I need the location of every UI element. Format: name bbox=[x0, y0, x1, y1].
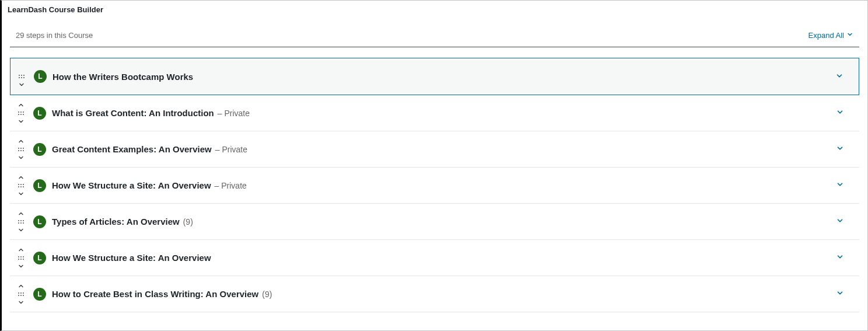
lesson-title-wrap[interactable]: How We Structure a Site: An Overview bbox=[52, 253, 831, 263]
lesson-title: How the Writers Bootcamp Works bbox=[52, 72, 193, 82]
move-down-button[interactable] bbox=[18, 81, 25, 88]
drag-handle-icon[interactable] bbox=[17, 218, 25, 225]
course-builder-panel: LearnDash Course Builder 29 steps in thi… bbox=[0, 0, 868, 331]
svg-point-6 bbox=[18, 112, 19, 113]
panel-title: LearnDash Course Builder bbox=[2, 1, 867, 17]
svg-point-1 bbox=[21, 75, 22, 76]
drag-handle-icon[interactable] bbox=[17, 255, 25, 262]
reorder-controls bbox=[15, 283, 27, 306]
lesson-type-badge: L bbox=[33, 107, 46, 120]
drag-handle-icon[interactable] bbox=[17, 146, 25, 153]
expand-lesson-button[interactable] bbox=[831, 103, 849, 123]
svg-point-27 bbox=[18, 222, 19, 224]
svg-point-9 bbox=[18, 114, 19, 115]
lesson-child-count: (9) bbox=[183, 217, 193, 227]
svg-point-38 bbox=[23, 292, 24, 294]
move-up-button[interactable] bbox=[18, 283, 24, 290]
svg-point-32 bbox=[23, 256, 24, 257]
lesson-visibility-label: – Private bbox=[215, 145, 247, 154]
drag-handle-icon[interactable] bbox=[18, 73, 26, 80]
chevron-down-icon bbox=[836, 109, 844, 118]
svg-point-35 bbox=[23, 259, 24, 260]
svg-point-0 bbox=[19, 75, 20, 76]
chevron-down-icon bbox=[836, 218, 844, 227]
lesson-title-wrap[interactable]: Types of Articles: An Overview(9) bbox=[52, 217, 831, 227]
svg-point-14 bbox=[23, 148, 24, 149]
move-down-button[interactable] bbox=[18, 154, 24, 161]
svg-point-26 bbox=[23, 220, 24, 221]
chevron-down-icon bbox=[836, 182, 844, 190]
svg-point-21 bbox=[18, 186, 19, 187]
move-down-button[interactable] bbox=[18, 118, 24, 125]
expand-lesson-button[interactable] bbox=[831, 284, 849, 304]
scroll-area[interactable]: LearnDash Course Builder 29 steps in thi… bbox=[2, 1, 867, 330]
move-up-button[interactable] bbox=[18, 138, 24, 145]
svg-point-30 bbox=[18, 256, 19, 257]
lesson-title-wrap[interactable]: What is Great Content: An Introduction– … bbox=[52, 108, 831, 118]
chevron-down-icon bbox=[835, 73, 844, 82]
expand-lesson-button[interactable] bbox=[831, 176, 849, 195]
svg-point-28 bbox=[20, 222, 22, 224]
svg-point-13 bbox=[20, 148, 22, 149]
lesson-list: LHow the Writers Bootcamp WorksLWhat is … bbox=[10, 58, 859, 312]
reorder-controls bbox=[15, 102, 27, 125]
drag-handle-icon[interactable] bbox=[17, 291, 25, 298]
lesson-visibility-label: – Private bbox=[215, 181, 247, 190]
expand-lesson-button[interactable] bbox=[831, 67, 848, 86]
expand-all-button[interactable]: Expand All bbox=[808, 31, 853, 40]
lesson-row[interactable]: LWhat is Great Content: An Introduction–… bbox=[10, 95, 859, 131]
svg-point-17 bbox=[23, 150, 24, 151]
drag-handle-icon[interactable] bbox=[17, 182, 25, 189]
move-down-button[interactable] bbox=[18, 299, 24, 306]
reorder-controls bbox=[15, 138, 27, 161]
expand-lesson-button[interactable] bbox=[831, 248, 849, 267]
svg-point-31 bbox=[20, 256, 22, 257]
svg-point-23 bbox=[23, 186, 24, 187]
svg-point-39 bbox=[18, 295, 19, 296]
drag-handle-icon[interactable] bbox=[17, 110, 25, 117]
expand-all-label: Expand All bbox=[808, 31, 844, 40]
svg-point-11 bbox=[23, 114, 24, 115]
lesson-visibility-label: – Private bbox=[218, 109, 250, 118]
move-up-button[interactable] bbox=[18, 210, 24, 217]
svg-point-5 bbox=[23, 77, 24, 78]
lesson-type-badge: L bbox=[33, 143, 46, 156]
lesson-title-wrap[interactable]: How to Create Best in Class Writing: An … bbox=[52, 289, 831, 299]
move-up-button[interactable] bbox=[18, 102, 24, 109]
expand-lesson-button[interactable] bbox=[831, 140, 849, 159]
svg-point-37 bbox=[20, 292, 22, 294]
move-down-button[interactable] bbox=[18, 263, 24, 270]
lesson-row[interactable]: LGreat Content Examples: An Overview– Pr… bbox=[10, 131, 859, 168]
lesson-title: How We Structure a Site: An Overview bbox=[52, 253, 211, 263]
lesson-row[interactable]: LHow the Writers Bootcamp Works bbox=[10, 58, 859, 95]
reorder-controls bbox=[15, 65, 28, 88]
svg-point-19 bbox=[20, 184, 22, 185]
lesson-type-badge: L bbox=[33, 252, 46, 264]
move-up-button[interactable] bbox=[18, 246, 24, 253]
move-down-button[interactable] bbox=[18, 190, 24, 197]
reorder-controls bbox=[15, 246, 27, 270]
svg-point-2 bbox=[23, 75, 24, 76]
svg-point-40 bbox=[20, 295, 22, 296]
svg-point-34 bbox=[20, 259, 22, 260]
lesson-title-wrap[interactable]: How the Writers Bootcamp Works bbox=[52, 72, 831, 82]
move-up-button[interactable] bbox=[18, 174, 24, 181]
lesson-row[interactable]: LHow to Create Best in Class Writing: An… bbox=[10, 276, 859, 312]
lesson-type-badge: L bbox=[33, 215, 46, 228]
svg-point-10 bbox=[20, 114, 22, 115]
svg-point-22 bbox=[20, 186, 22, 187]
lesson-row[interactable]: LHow We Structure a Site: An Overview bbox=[10, 240, 859, 276]
move-down-button[interactable] bbox=[18, 227, 24, 234]
svg-point-3 bbox=[19, 77, 20, 78]
svg-point-18 bbox=[18, 184, 19, 185]
lesson-type-badge: L bbox=[33, 179, 46, 192]
lesson-row[interactable]: LHow We Structure a Site: An Overview– P… bbox=[10, 168, 859, 204]
expand-lesson-button[interactable] bbox=[831, 212, 849, 231]
svg-point-36 bbox=[18, 292, 19, 294]
svg-point-12 bbox=[18, 148, 19, 149]
svg-point-16 bbox=[20, 150, 22, 151]
lesson-title-wrap[interactable]: How We Structure a Site: An Overview– Pr… bbox=[52, 180, 831, 190]
lesson-title-wrap[interactable]: Great Content Examples: An Overview– Pri… bbox=[52, 144, 831, 154]
lesson-row[interactable]: LTypes of Articles: An Overview(9) bbox=[10, 204, 859, 240]
chevron-down-icon bbox=[836, 254, 844, 263]
